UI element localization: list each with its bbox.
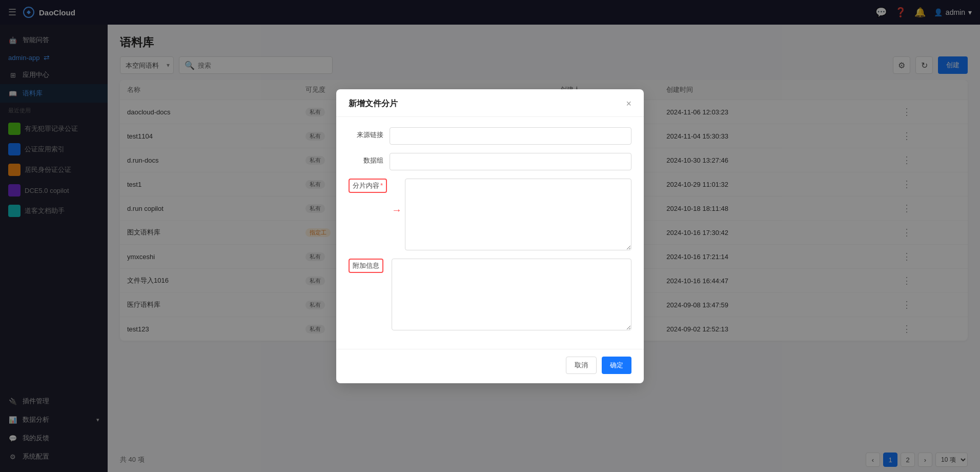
modal-close-button[interactable]: × (626, 99, 631, 109)
data-group-input[interactable] (390, 153, 631, 170)
red-arrow-icon: → (392, 204, 402, 216)
source-url-input[interactable] (390, 127, 631, 145)
source-url-label: 来源链接 (349, 127, 390, 140)
content-label-highlighted: 分片内容 * (349, 179, 387, 193)
modal-header: 新增文件分片 × (336, 89, 644, 117)
content-textarea[interactable] (405, 179, 631, 250)
extra-info-row: 附加信息 (349, 259, 631, 330)
modal-body: 来源链接 数据组 分片内容 * → (336, 117, 644, 349)
modal-title: 新增文件分片 (349, 99, 398, 109)
modal-overlay: 新增文件分片 × 来源链接 数据组 分片内容 * (0, 0, 980, 472)
add-fragment-modal: 新增文件分片 × 来源链接 数据组 分片内容 * (336, 89, 644, 383)
confirm-button[interactable]: 确定 (602, 357, 631, 374)
extra-textarea[interactable] (392, 259, 631, 330)
data-group-label: 数据组 (349, 153, 390, 165)
data-group-row: 数据组 (349, 153, 631, 170)
content-row: 分片内容 * → (349, 179, 631, 250)
source-url-row: 来源链接 (349, 127, 631, 145)
cancel-button[interactable]: 取消 (566, 357, 597, 374)
modal-footer: 取消 确定 (336, 349, 644, 383)
extra-label-highlighted: 附加信息 (349, 259, 383, 273)
